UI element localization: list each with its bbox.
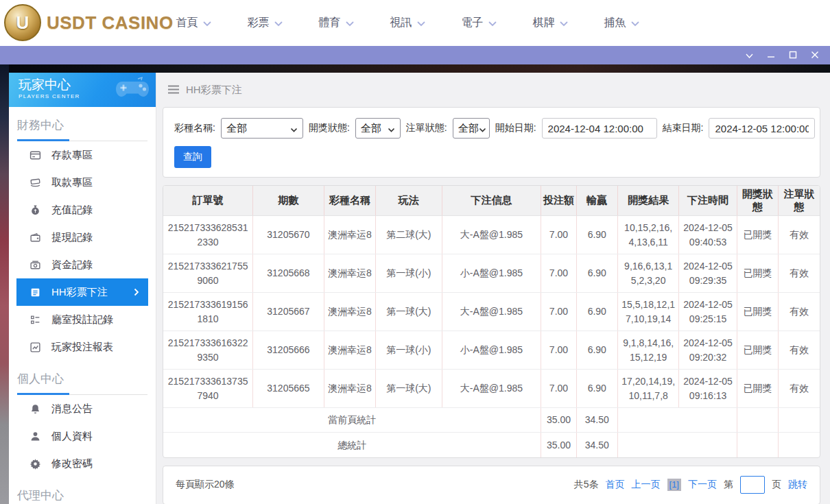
pager: 共5条 首页 上一页 [1] 下一页 第 页 跳转 [574,476,807,494]
sidebar-item-lottery-bets[interactable]: HH彩票下注 [16,278,148,306]
column-header: 投注額 [541,186,576,216]
sidebar-item-deposit[interactable]: 存款專區 [9,141,156,169]
table-cell: 已開獎 [737,293,778,331]
sidebar-item-label: 存款專區 [51,149,93,162]
window-maximize-button[interactable] [782,46,804,64]
page-jump-input[interactable] [740,476,765,494]
chevron-down-icon [479,123,486,134]
draw-status-select[interactable]: 全部 [355,118,401,139]
first-page-link[interactable]: 首页 [606,479,625,491]
nav-item[interactable]: 體育 [300,16,372,30]
window-minimize-button[interactable] [760,46,782,64]
lottery-bets-icon [29,287,41,298]
report-icon [29,341,41,353]
column-header: 彩種名稱 [324,186,375,216]
sidebar-item-withdrawal-record[interactable]: 提現記錄 [9,224,156,251]
profile-icon [29,431,41,442]
sidebar-item-label: 資金記錄 [51,259,93,272]
chevron-down-icon [388,123,395,134]
bet-status-value: 全部 [458,122,479,135]
table-cell: 31205670 [253,216,324,254]
table-cell: 小-A盤@1.985 [442,254,541,293]
table-cell: 2024-12-05 09:29:35 [679,254,737,293]
table-cell: 第一球(小) [376,331,442,370]
sidebar-item-funds-record[interactable]: 資金記錄 [9,251,156,278]
table-cell: 已開獎 [737,370,778,408]
sidebar-item-report[interactable]: 玩家投注報表 [9,333,156,361]
window-close-button[interactable] [804,46,826,64]
table-cell: 31205668 [253,254,324,293]
sidebar-item-profile[interactable]: 個人資料 [9,422,156,450]
table-cell: 澳洲幸运8 [324,331,375,370]
jump-action-link[interactable]: 跳转 [788,479,807,491]
nav-item[interactable]: 捕魚 [586,16,657,30]
summary-cell [617,408,737,433]
nav-item-label: 首頁 [176,16,198,30]
lottery-name-value: 全部 [226,122,247,135]
nav-item[interactable]: 視訊 [372,16,443,30]
gamepad-icon [115,76,150,104]
search-button[interactable]: 查詢 [174,146,211,168]
background-photo-edge [0,64,9,504]
current-page-indicator: [1] [667,479,681,491]
bet-status-select[interactable]: 全部 [453,118,490,139]
start-date-input[interactable] [542,118,657,139]
bets-table: 訂單號期數彩種名稱玩法下注信息投注額輸贏開獎結果下注時間開獎狀態注單狀態2152… [163,186,820,457]
window-controls [738,46,826,64]
nav-item[interactable]: 首頁 [158,16,229,30]
nav-item-label: 體育 [319,16,341,30]
window-titlebar [0,46,830,64]
lottery-name-label: 彩種名稱: [174,122,215,134]
main-content: HH彩票下注 彩種名稱: 全部 開獎狀態: 全部 注單狀態: 全部 [156,73,830,504]
table-cell: 有效 [779,331,820,370]
sidebar-item-password[interactable]: 修改密碼 [9,450,156,477]
table-row: 215217333619156181031205667澳洲幸运8第一球(大)大-… [163,293,820,331]
page-title: HH彩票下注 [186,84,242,97]
next-page-link[interactable]: 下一页 [688,479,717,491]
column-header: 輸贏 [576,186,617,216]
bet-status-label: 注單狀態: [406,122,447,134]
table-cell: 9,16,6,13,15,2,3,20 [617,254,678,293]
table-cell: 2152173336285312330 [163,216,253,254]
end-date-label: 結束日期: [663,122,704,134]
nav-item-label: 棋牌 [533,16,555,30]
nav-item[interactable]: 棋牌 [514,16,586,30]
hamburger-icon[interactable] [168,84,179,96]
nav-item[interactable]: 電子 [443,16,514,30]
column-header: 注單狀態 [779,186,820,216]
column-header: 期數 [253,186,324,216]
end-date-input[interactable] [709,118,815,139]
nav-item[interactable]: 彩票 [229,16,300,30]
table-row: 215217333616322935031205666澳洲幸运8第一球(小)小-… [163,331,820,370]
table-cell: 有效 [779,370,820,408]
column-header: 開獎狀態 [737,186,778,216]
window-collapse-button[interactable] [738,46,760,64]
player-center-dialog: 玩家中心 PLAYERS CENTER 財務中心存款專區取款專區充值記錄提現記錄… [9,73,830,504]
table-cell: 小-A盤@1.985 [442,331,541,370]
nav-item-label: 電子 [462,16,484,30]
sidebar-item-label: 提現記錄 [51,231,93,244]
table-cell: 2152173336217559060 [163,254,253,293]
column-header: 開獎結果 [617,186,678,216]
table-cell: 17,20,14,19,10,11,7,8 [617,370,678,408]
brand-logo[interactable]: U USDT CASINO [4,4,174,41]
sidebar-item-announcement[interactable]: 消息公告 [9,395,156,422]
summary-cell [737,408,778,433]
sidebar-item-withdraw[interactable]: 取款專區 [9,169,156,196]
summary-bet-total: 35.00 [541,408,576,433]
table-cell: 大-A盤@1.985 [442,370,541,408]
sidebar-item-label: 個人資料 [51,430,93,443]
table-cell: 第一球(大) [376,370,442,408]
sidebar-item-recharge-record[interactable]: 充值記錄 [9,196,156,224]
summary-cell [617,433,737,457]
table-cell: 31205666 [253,331,324,370]
main-nav: 首頁彩票體育視訊電子棋牌捕魚 [158,0,657,46]
prev-page-link[interactable]: 上一页 [632,479,661,491]
sidebar-item-label: 玩家投注報表 [51,341,113,354]
table-cell: 31205667 [253,293,324,331]
summary-winloss-total: 34.50 [576,433,617,457]
chevron-down-icon [745,49,754,62]
lottery-name-select[interactable]: 全部 [221,118,303,139]
table-cell: 6.90 [576,293,617,331]
sidebar-item-room-bets[interactable]: 廳室投註記錄 [9,306,156,333]
